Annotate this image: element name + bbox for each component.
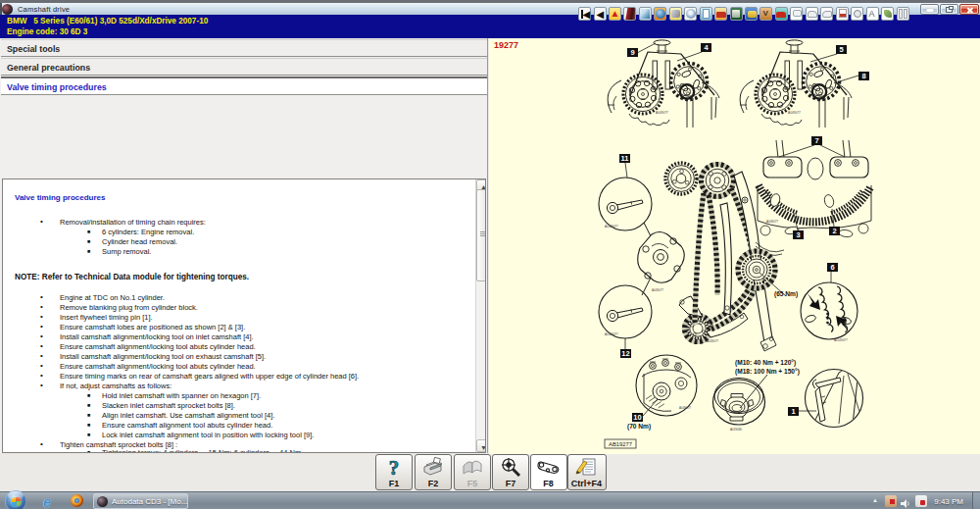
svg-text:8: 8 xyxy=(861,72,865,80)
svg-text:(70 Nm): (70 Nm) xyxy=(627,423,651,431)
svg-text:11: 11 xyxy=(621,154,629,163)
svg-text:AB19277: AB19277 xyxy=(609,441,632,447)
svg-text:12: 12 xyxy=(621,349,629,358)
svg-text:A049077: A049077 xyxy=(788,111,801,115)
svg-text:(M10: 40 Nm + 120°): (M10: 40 Nm + 120°) xyxy=(735,359,796,367)
svg-text:2: 2 xyxy=(832,227,836,235)
svg-text:A019080: A019080 xyxy=(730,428,742,432)
svg-text:A0149077: A0149077 xyxy=(834,338,848,342)
svg-text:6: 6 xyxy=(830,263,834,272)
svg-text:A049077: A049077 xyxy=(656,111,668,115)
svg-text:A049077: A049077 xyxy=(679,406,691,410)
svg-text:A0149077: A0149077 xyxy=(605,332,618,336)
svg-text:1: 1 xyxy=(791,407,795,416)
svg-text:5: 5 xyxy=(839,45,843,54)
svg-text:A049077: A049077 xyxy=(707,339,718,343)
svg-text:A049077: A049077 xyxy=(766,220,778,224)
svg-text:A049077: A049077 xyxy=(652,288,663,292)
svg-text:(65 Nm): (65 Nm) xyxy=(774,290,798,298)
svg-text:3: 3 xyxy=(796,230,800,239)
svg-text:(M18: 100 Nm + 150°): (M18: 100 Nm + 150°) xyxy=(735,368,800,376)
svg-text:9: 9 xyxy=(630,48,634,57)
svg-text:10: 10 xyxy=(633,413,641,422)
svg-text:7: 7 xyxy=(814,136,818,145)
svg-text:?: ? xyxy=(389,457,400,479)
svg-text:A0149077: A0149077 xyxy=(605,225,618,229)
